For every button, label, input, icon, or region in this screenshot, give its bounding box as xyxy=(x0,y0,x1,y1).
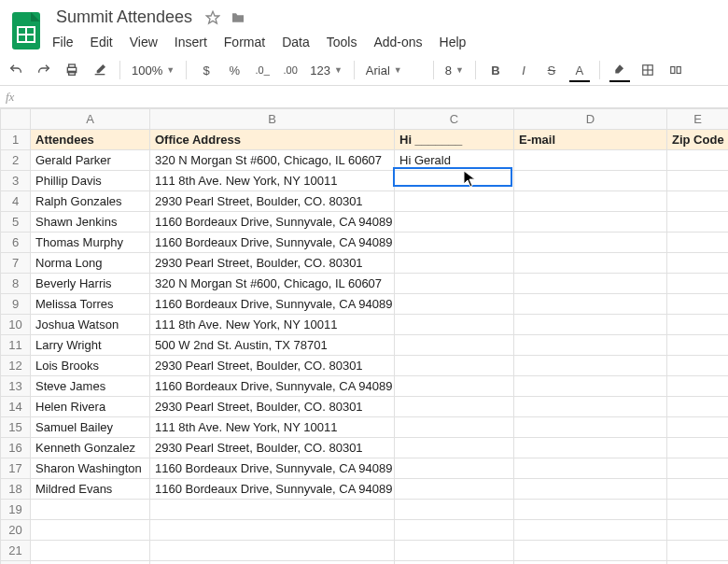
cell[interactable] xyxy=(514,417,667,438)
select-all-corner[interactable] xyxy=(1,109,31,130)
cell[interactable] xyxy=(514,500,667,520)
zoom-select[interactable]: 100%▼ xyxy=(132,63,175,78)
cell[interactable] xyxy=(667,191,729,212)
cell[interactable] xyxy=(395,315,514,335)
cell[interactable] xyxy=(514,397,667,417)
cell[interactable]: Steve James xyxy=(31,376,150,397)
strikethrough-button[interactable]: S xyxy=(543,61,560,79)
menu-tools[interactable]: Tools xyxy=(327,35,357,49)
cell[interactable]: E-mail xyxy=(514,130,667,150)
cell[interactable]: Samuel Bailey xyxy=(31,417,150,438)
menu-edit[interactable]: Edit xyxy=(91,35,113,49)
cell[interactable] xyxy=(514,171,667,191)
formula-bar[interactable]: fx xyxy=(0,86,728,108)
row-header[interactable]: 8 xyxy=(1,274,31,294)
cell[interactable] xyxy=(514,274,667,294)
col-header-c[interactable]: C xyxy=(395,109,514,130)
row-header[interactable]: 10 xyxy=(1,315,31,335)
redo-icon[interactable] xyxy=(35,61,52,79)
cell[interactable] xyxy=(150,561,395,565)
cell[interactable] xyxy=(667,233,729,253)
row-header[interactable]: 4 xyxy=(1,191,31,212)
number-format-select[interactable]: 123▼ xyxy=(310,63,343,78)
cell[interactable]: 111 8th Ave. New York, NY 10011 xyxy=(150,417,395,438)
row-header[interactable]: 20 xyxy=(1,520,31,541)
cell[interactable] xyxy=(514,233,667,253)
cell[interactable] xyxy=(514,561,667,565)
cell[interactable] xyxy=(514,253,667,274)
cell[interactable]: Helen Rivera xyxy=(31,397,150,417)
cell[interactable] xyxy=(667,438,729,458)
col-header-a[interactable]: A xyxy=(31,109,150,130)
undo-icon[interactable] xyxy=(7,61,24,79)
row-header[interactable]: 5 xyxy=(1,212,31,233)
cell[interactable] xyxy=(31,541,150,561)
document-title[interactable]: Summit Attendees xyxy=(52,6,196,29)
cell[interactable]: 111 8th Ave. New York, NY 10011 xyxy=(150,315,395,335)
cell[interactable] xyxy=(395,253,514,274)
cell[interactable] xyxy=(514,356,667,376)
cell[interactable]: 2930 Pearl Street, Boulder, CO. 80301 xyxy=(150,253,395,274)
sheets-logo[interactable] xyxy=(7,12,45,49)
row-header[interactable]: 6 xyxy=(1,233,31,253)
cell[interactable] xyxy=(395,191,514,212)
col-header-e[interactable]: E xyxy=(667,109,729,130)
cell[interactable] xyxy=(395,356,514,376)
cell[interactable] xyxy=(667,171,729,191)
cell[interactable] xyxy=(667,561,729,565)
menu-help[interactable]: Help xyxy=(440,35,467,49)
row-header[interactable]: 19 xyxy=(1,500,31,520)
cell[interactable]: 2930 Pearl Street, Boulder, CO. 80301 xyxy=(150,191,395,212)
italic-button[interactable]: I xyxy=(515,61,532,79)
text-color-button[interactable]: A xyxy=(571,61,588,79)
cell[interactable]: Attendees xyxy=(31,130,150,150)
cell[interactable]: Mildred Evans xyxy=(31,479,150,500)
print-icon[interactable] xyxy=(63,61,80,79)
row-header[interactable]: 21 xyxy=(1,541,31,561)
cell[interactable] xyxy=(667,212,729,233)
cell[interactable]: Phillip Davis xyxy=(31,171,150,191)
row-header[interactable]: 12 xyxy=(1,356,31,376)
cell[interactable] xyxy=(395,212,514,233)
cell[interactable] xyxy=(395,274,514,294)
cell[interactable] xyxy=(150,500,395,520)
cell[interactable] xyxy=(514,191,667,212)
row-header[interactable]: 15 xyxy=(1,417,31,438)
row-header[interactable]: 11 xyxy=(1,335,31,356)
col-header-d[interactable]: D xyxy=(514,109,667,130)
cell[interactable] xyxy=(395,561,514,565)
cell[interactable] xyxy=(667,315,729,335)
menu-view[interactable]: View xyxy=(130,35,158,49)
cell[interactable]: 1160 Bordeaux Drive, Sunnyvale, CA 94089 xyxy=(150,294,395,315)
menu-insert[interactable]: Insert xyxy=(175,35,207,49)
menu-data[interactable]: Data xyxy=(282,35,310,49)
col-header-b[interactable]: B xyxy=(150,109,395,130)
merge-cells-button[interactable] xyxy=(667,61,684,79)
cell[interactable] xyxy=(514,520,667,541)
menu-format[interactable]: Format xyxy=(224,35,265,49)
cell[interactable] xyxy=(667,150,729,171)
currency-format-button[interactable]: $ xyxy=(198,61,215,79)
cell[interactable]: 2930 Pearl Street, Boulder, CO. 80301 xyxy=(150,438,395,458)
cell[interactable]: Beverly Harris xyxy=(31,274,150,294)
cell[interactable] xyxy=(395,520,514,541)
cell[interactable] xyxy=(667,274,729,294)
cell[interactable] xyxy=(667,417,729,438)
cell[interactable] xyxy=(395,479,514,500)
bold-button[interactable]: B xyxy=(487,61,504,79)
cell[interactable]: Sharon Washington xyxy=(31,458,150,479)
cell[interactable] xyxy=(395,294,514,315)
cell[interactable] xyxy=(395,500,514,520)
spreadsheet-grid[interactable]: A B C D E 1AttendeesOffice AddressHi ___… xyxy=(0,108,728,564)
cell[interactable] xyxy=(31,561,150,565)
cell[interactable]: 320 N Morgan St #600, Chicago, IL 60607 xyxy=(150,150,395,171)
row-header[interactable]: 7 xyxy=(1,253,31,274)
cell[interactable] xyxy=(514,335,667,356)
cell[interactable] xyxy=(395,233,514,253)
cell[interactable] xyxy=(514,438,667,458)
cell[interactable]: Office Address xyxy=(150,130,395,150)
cell[interactable]: 1160 Bordeaux Drive, Sunnyvale, CA 94089 xyxy=(150,376,395,397)
row-header[interactable]: 18 xyxy=(1,479,31,500)
cell[interactable]: 1160 Bordeaux Drive, Sunnyvale, CA 94089 xyxy=(150,458,395,479)
cell[interactable]: Shawn Jenkins xyxy=(31,212,150,233)
